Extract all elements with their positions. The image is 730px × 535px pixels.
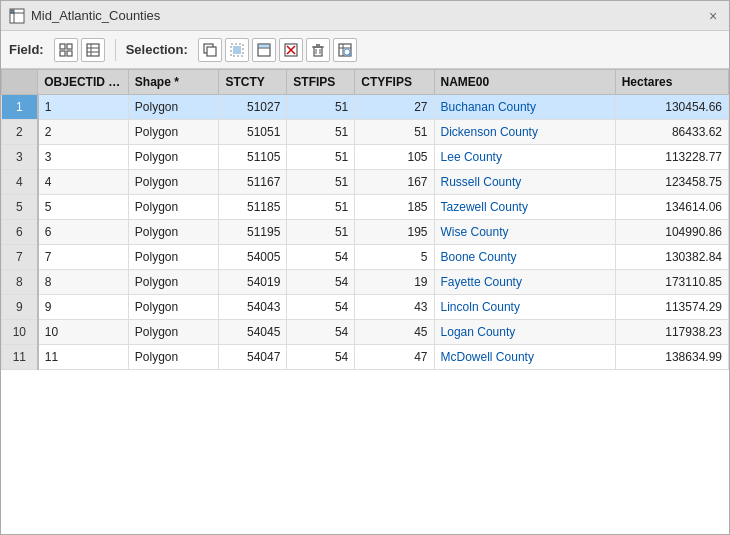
table-row[interactable]: 1010Polygon540455445Logan County117938.2… xyxy=(2,320,729,345)
cell-stcty: 51195 xyxy=(219,220,287,245)
cell-name00: Boone County xyxy=(434,245,615,270)
cell-rownum: 1 xyxy=(2,95,38,120)
main-window: Mid_Atlantic_Counties × Field: xyxy=(0,0,730,535)
table-row[interactable]: 88Polygon540195419Fayette County173110.8… xyxy=(2,270,729,295)
cell-stfips: 51 xyxy=(287,220,355,245)
svg-rect-13 xyxy=(207,47,216,56)
cell-ctyfips: 27 xyxy=(355,95,434,120)
cell-name00: McDowell County xyxy=(434,345,615,370)
close-button[interactable]: × xyxy=(705,8,721,24)
cell-stfips: 54 xyxy=(287,295,355,320)
cell-name00: Lee County xyxy=(434,145,615,170)
cell-rownum: 2 xyxy=(2,120,38,145)
table-row[interactable]: 11Polygon510275127Buchanan County130454.… xyxy=(2,95,729,120)
objectid-header[interactable]: OBJECTID * xyxy=(38,70,129,95)
table-row[interactable]: 1111Polygon540475447McDowell County13863… xyxy=(2,345,729,370)
cell-hectares: 104990.86 xyxy=(615,220,728,245)
stfips-header[interactable]: STFIPS xyxy=(287,70,355,95)
cell-objectid: 7 xyxy=(38,245,129,270)
cell-stfips: 54 xyxy=(287,245,355,270)
cell-hectares: 134614.06 xyxy=(615,195,728,220)
cell-stfips: 51 xyxy=(287,195,355,220)
svg-rect-8 xyxy=(87,44,99,56)
toolbar: Field: Selection: xyxy=(1,31,729,69)
cell-rownum: 8 xyxy=(2,270,38,295)
selection-clear-btn[interactable] xyxy=(279,38,303,62)
attribute-table: OBJECTID * Shape * STCTY STFIPS CTYFIPS … xyxy=(1,69,729,370)
selection-switch-btn[interactable] xyxy=(252,38,276,62)
table-row[interactable]: 55Polygon5118551185Tazewell County134614… xyxy=(2,195,729,220)
field-table-btn[interactable] xyxy=(81,38,105,62)
cell-hectares: 113228.77 xyxy=(615,145,728,170)
cell-stfips: 54 xyxy=(287,270,355,295)
cell-stcty: 51185 xyxy=(219,195,287,220)
cell-hectares: 123458.75 xyxy=(615,170,728,195)
cell-objectid: 3 xyxy=(38,145,129,170)
cell-ctyfips: 5 xyxy=(355,245,434,270)
svg-rect-5 xyxy=(67,44,72,49)
shape-header[interactable]: Shape * xyxy=(128,70,219,95)
svg-rect-4 xyxy=(60,44,65,49)
cell-name00: Buchanan County xyxy=(434,95,615,120)
selection-buttons xyxy=(198,38,357,62)
cell-name00: Fayette County xyxy=(434,270,615,295)
table-row[interactable]: 44Polygon5116751167Russell County123458.… xyxy=(2,170,729,195)
selection-select-btn[interactable] xyxy=(225,38,249,62)
cell-objectid: 10 xyxy=(38,320,129,345)
rownum-header xyxy=(2,70,38,95)
cell-stcty: 54043 xyxy=(219,295,287,320)
cell-stcty: 51105 xyxy=(219,145,287,170)
cell-objectid: 2 xyxy=(38,120,129,145)
svg-rect-6 xyxy=(60,51,65,56)
cell-ctyfips: 167 xyxy=(355,170,434,195)
field-label: Field: xyxy=(9,42,44,57)
table-row[interactable]: 66Polygon5119551195Wise County104990.86 xyxy=(2,220,729,245)
cell-rownum: 6 xyxy=(2,220,38,245)
cell-stfips: 51 xyxy=(287,120,355,145)
cell-objectid: 5 xyxy=(38,195,129,220)
cell-shape: Polygon xyxy=(128,120,219,145)
cell-ctyfips: 185 xyxy=(355,195,434,220)
cell-stfips: 51 xyxy=(287,170,355,195)
cell-stfips: 51 xyxy=(287,145,355,170)
cell-shape: Polygon xyxy=(128,95,219,120)
cell-objectid: 6 xyxy=(38,220,129,245)
window-icon xyxy=(9,8,25,24)
cell-ctyfips: 47 xyxy=(355,345,434,370)
cell-hectares: 113574.29 xyxy=(615,295,728,320)
cell-name00: Wise County xyxy=(434,220,615,245)
table-row[interactable]: 33Polygon5110551105Lee County113228.77 xyxy=(2,145,729,170)
table-body: 11Polygon510275127Buchanan County130454.… xyxy=(2,95,729,370)
cell-rownum: 9 xyxy=(2,295,38,320)
name00-header[interactable]: NAME00 xyxy=(434,70,615,95)
cell-shape: Polygon xyxy=(128,195,219,220)
table-row[interactable]: 99Polygon540435443Lincoln County113574.2… xyxy=(2,295,729,320)
cell-objectid: 9 xyxy=(38,295,129,320)
field-grid-btn[interactable] xyxy=(54,38,78,62)
cell-stcty: 54047 xyxy=(219,345,287,370)
hectares-header[interactable]: Hectares xyxy=(615,70,728,95)
table-row[interactable]: 77Polygon54005545Boone County130382.84 xyxy=(2,245,729,270)
cell-hectares: 117938.23 xyxy=(615,320,728,345)
ctyfips-header[interactable]: CTYFIPS xyxy=(355,70,434,95)
cell-ctyfips: 45 xyxy=(355,320,434,345)
stcty-header[interactable]: STCTY xyxy=(219,70,287,95)
table-container[interactable]: OBJECTID * Shape * STCTY STFIPS CTYFIPS … xyxy=(1,69,729,534)
svg-rect-22 xyxy=(314,47,322,56)
selection-copy-btn[interactable] xyxy=(198,38,222,62)
selection-delete-btn[interactable] xyxy=(306,38,330,62)
cell-shape: Polygon xyxy=(128,270,219,295)
cell-rownum: 4 xyxy=(2,170,38,195)
separator-1 xyxy=(115,39,116,61)
svg-rect-7 xyxy=(67,51,72,56)
cell-shape: Polygon xyxy=(128,220,219,245)
table-row[interactable]: 22Polygon510515151Dickenson County86433.… xyxy=(2,120,729,145)
cell-stcty: 54005 xyxy=(219,245,287,270)
cell-ctyfips: 51 xyxy=(355,120,434,145)
cell-stcty: 51051 xyxy=(219,120,287,145)
cell-objectid: 1 xyxy=(38,95,129,120)
selection-zoom-btn[interactable] xyxy=(333,38,357,62)
cell-name00: Russell County xyxy=(434,170,615,195)
window-title: Mid_Atlantic_Counties xyxy=(31,8,705,23)
cell-ctyfips: 195 xyxy=(355,220,434,245)
